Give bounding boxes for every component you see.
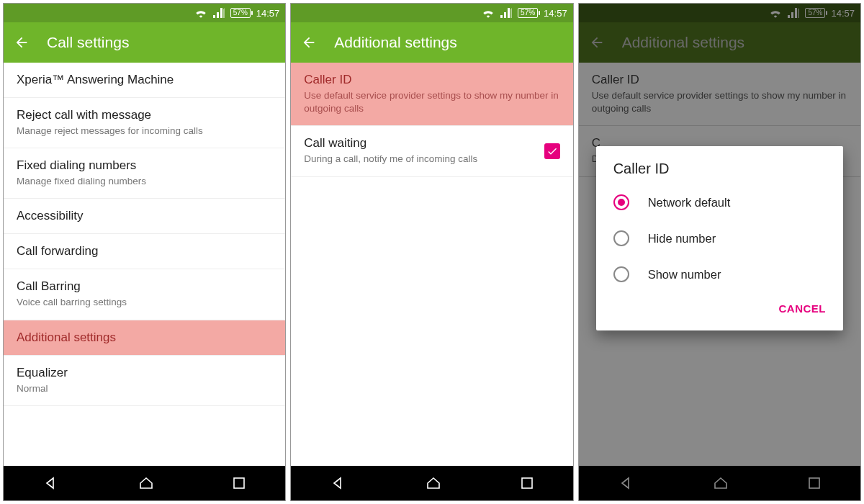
item-secondary: Manage reject messages for incoming call…: [17, 125, 203, 138]
screen-call-settings: 57% 14:57 Call settings Xperia™ Answerin…: [3, 3, 286, 501]
dialog-actions: CANCEL: [596, 292, 843, 325]
item-primary: Call waiting: [304, 136, 477, 150]
status-bar: 57% 14:57: [4, 4, 285, 22]
battery-indicator: 57%: [230, 8, 251, 18]
item-primary: Fixed dialing numbers: [17, 158, 146, 173]
back-icon[interactable]: [301, 35, 317, 50]
item-primary: Call Barring: [17, 279, 127, 294]
settings-list: Xperia™ Answering Machine Reject call wi…: [4, 63, 285, 466]
list-item[interactable]: EqualizerNormal: [4, 356, 285, 406]
svg-rect-1: [522, 478, 532, 488]
app-bar: Call settings: [4, 22, 285, 63]
nav-back-icon[interactable]: [330, 474, 347, 492]
item-secondary: Voice call barring settings: [17, 296, 127, 309]
svg-rect-0: [234, 478, 244, 488]
option-label: Hide number: [648, 232, 716, 246]
nav-recent-icon[interactable]: [232, 476, 246, 490]
clock: 14:57: [256, 8, 280, 19]
wifi-icon: [482, 8, 495, 18]
signal-icon: [500, 8, 512, 18]
battery-indicator: 57%: [518, 8, 538, 18]
list-item[interactable]: Call BarringVoice call barring settings: [4, 269, 285, 320]
radio-option-hide-number[interactable]: Hide number: [596, 220, 843, 256]
wifi-icon: [194, 8, 207, 18]
item-primary: Caller ID: [304, 73, 559, 87]
page-title: Additional settings: [334, 34, 456, 51]
clock: 14:57: [544, 8, 567, 19]
list-item[interactable]: Xperia™ Answering Machine: [4, 63, 285, 98]
radio-unselected-icon: [613, 230, 629, 246]
radio-option-show-number[interactable]: Show number: [596, 256, 843, 292]
nav-home-icon[interactable]: [425, 474, 442, 492]
item-primary: Accessibility: [17, 209, 84, 223]
nav-back-icon[interactable]: [42, 474, 60, 492]
item-secondary: Use default service provider settings to…: [304, 89, 559, 115]
item-primary: Reject call with message: [17, 108, 203, 122]
screen-additional-settings: 57% 14:57 Additional settings Caller ID …: [290, 3, 573, 501]
list-item[interactable]: Reject call with messageManage reject me…: [4, 98, 285, 148]
option-label: Network default: [648, 196, 731, 210]
list-item[interactable]: Fixed dialing numbersManage fixed dialin…: [4, 148, 285, 199]
item-secondary: During a call, notify me of incoming cal…: [304, 153, 477, 166]
status-bar: 57% 14:57: [291, 4, 572, 22]
radio-unselected-icon: [613, 266, 629, 282]
nav-recent-icon[interactable]: [520, 476, 534, 490]
nav-home-icon[interactable]: [138, 474, 155, 492]
android-nav-bar: [291, 466, 572, 500]
radio-option-network-default[interactable]: Network default: [596, 184, 843, 220]
signal-icon: [213, 8, 225, 18]
list-item-caller-id[interactable]: Caller ID Use default service provider s…: [291, 63, 572, 126]
item-primary: Additional settings: [17, 330, 116, 345]
android-nav-bar: [4, 466, 285, 500]
app-bar: Additional settings: [291, 22, 572, 63]
list-item[interactable]: Call forwarding: [4, 234, 285, 269]
checkbox-checked-icon[interactable]: [544, 143, 560, 159]
caller-id-dialog: Caller ID Network default Hide number Sh…: [596, 146, 843, 330]
screen-caller-id-dialog: 57% 14:57 Additional settings Caller ID …: [578, 3, 861, 501]
settings-list: Caller ID Use default service provider s…: [291, 63, 572, 466]
item-primary: Call forwarding: [17, 244, 98, 258]
page-title: Call settings: [47, 34, 129, 51]
radio-selected-icon: [613, 194, 629, 210]
item-secondary: Normal: [17, 382, 68, 395]
item-secondary: Manage fixed dialing numbers: [17, 175, 146, 188]
list-item-additional-settings[interactable]: Additional settings: [4, 320, 285, 356]
option-label: Show number: [648, 268, 721, 282]
item-primary: Equalizer: [17, 366, 68, 380]
list-item[interactable]: Accessibility: [4, 199, 285, 234]
dialog-title: Caller ID: [596, 161, 843, 184]
back-icon[interactable]: [14, 35, 30, 50]
cancel-button[interactable]: CANCEL: [771, 297, 833, 320]
item-primary: Xperia™ Answering Machine: [17, 73, 174, 87]
list-item-call-waiting[interactable]: Call waiting During a call, notify me of…: [291, 126, 572, 176]
